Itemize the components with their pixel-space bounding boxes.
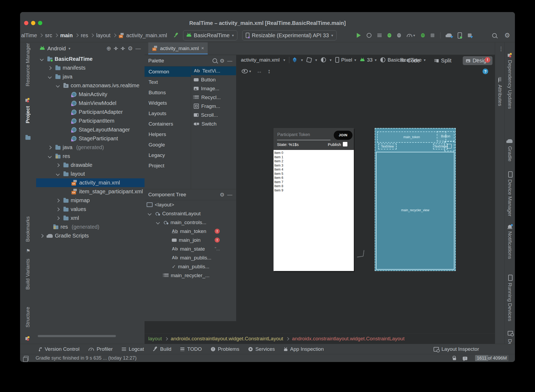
tool-todo[interactable]: TODO	[180, 346, 202, 352]
device-manager-button[interactable]	[458, 32, 462, 39]
tool-version-control[interactable]: Version Control	[39, 346, 79, 352]
tree-row[interactable]: MainViewModel	[36, 99, 145, 108]
tool-project[interactable]: Project	[25, 106, 31, 123]
tool-problems[interactable]: !Problems	[211, 346, 239, 352]
stop-button[interactable]	[431, 33, 434, 37]
palette-category-google[interactable]: Google	[145, 140, 191, 150]
blueprint-textview-left[interactable]: TextView	[378, 144, 397, 149]
tree-row[interactable]: drawable	[36, 161, 145, 169]
tool-notifications[interactable]: Notifications	[507, 231, 513, 259]
tree-row[interactable]: mipmap	[36, 196, 145, 205]
breadcrumb-item[interactable]: activity_main.xml	[126, 32, 167, 39]
palette-category-layouts[interactable]: Layouts	[145, 108, 191, 119]
dependency-updates-icon[interactable]	[508, 53, 512, 57]
blueprint-recycler[interactable]: main_recycler_view	[376, 152, 454, 270]
tool-running-devices[interactable]: Running Devices	[507, 283, 513, 321]
publish-checkbox[interactable]	[343, 142, 347, 146]
apply-changes-button[interactable]	[377, 34, 382, 37]
tool-attributes[interactable]: Attributes	[497, 85, 503, 106]
palette-item-switch[interactable]: Switch	[191, 119, 236, 128]
tree-row[interactable]: Gradle Scripts	[36, 231, 145, 240]
notifications-icon[interactable]	[508, 225, 512, 228]
search-everywhere-button[interactable]	[492, 33, 497, 38]
palette-search-button[interactable]	[213, 58, 217, 63]
palette-category-containers[interactable]: Containers	[145, 119, 191, 129]
blueprint-main-token[interactable]: main_token	[377, 131, 446, 143]
tool-resource-manager[interactable]: Resource Manager	[25, 43, 31, 86]
component-row[interactable]: Abmain_state"...	[145, 244, 236, 253]
device-select[interactable]: Resizable (Experimental) API 33 ▾	[242, 30, 337, 40]
palette-category-widgets[interactable]: Widgets	[145, 98, 191, 108]
component-row[interactable]: <layout>	[145, 200, 236, 209]
tool-services[interactable]: Services	[248, 346, 275, 352]
component-row[interactable]: ConstraintLayout	[145, 209, 236, 218]
tool-layout-inspector[interactable]: Layout Inspector	[434, 346, 479, 352]
tree-row[interactable]: ParticipantItem	[36, 116, 145, 125]
issue-badge[interactable]: !	[485, 57, 490, 63]
debug-button[interactable]	[388, 33, 391, 37]
breadcrumb-item[interactable]: main	[60, 32, 73, 39]
tree-row-selected[interactable]: <>activity_main.xml	[36, 178, 145, 187]
design-canvas[interactable]: Participant Token JOIN State: %1$s Publi…	[236, 77, 495, 333]
pan-horizontal-icon[interactable]: ↔	[256, 68, 262, 75]
night-mode-icon[interactable]	[321, 57, 326, 62]
attributes-icon[interactable]	[498, 77, 502, 81]
breadcrumb-item[interactable]: res	[81, 32, 88, 39]
breadcrumb-item[interactable]: src	[45, 32, 52, 39]
component-tree-settings-button[interactable]: ⚙	[220, 191, 225, 198]
tool-dependency-updates[interactable]: Dependency Updates	[507, 60, 513, 109]
pan-vertical-icon[interactable]: ↕	[268, 68, 271, 75]
tree-row[interactable]: <>item_stage_participant.xml	[36, 187, 145, 196]
close-tab-icon[interactable]: ×	[201, 46, 204, 51]
component-row[interactable]: Abmain_publis...	[145, 253, 236, 262]
expand-all-button[interactable]	[114, 47, 118, 50]
tool-window-switcher-icon[interactable]	[24, 356, 29, 361]
palette-category-common[interactable]: Common	[145, 66, 191, 77]
collapse-all-button[interactable]	[121, 47, 125, 50]
tool-profiler[interactable]: Profiler	[89, 346, 113, 352]
view-mode-icon[interactable]	[293, 58, 297, 62]
crumb-constraintlayout[interactable]: androidx.constraintlayout.widget.Constra…	[171, 336, 283, 342]
project-folder-icon[interactable]	[25, 136, 31, 140]
tool-app-inspection[interactable]: App Inspection	[284, 346, 324, 352]
settings-gear-button[interactable]: ⚙	[504, 32, 510, 39]
orientation-icon[interactable]	[306, 57, 312, 63]
palette-category-helpers[interactable]: Helpers	[145, 129, 191, 140]
palette-item-imageview[interactable]: Image...	[191, 84, 236, 93]
structure-icon[interactable]	[25, 336, 29, 340]
apply-code-changes-button[interactable]	[397, 33, 401, 37]
palette-settings-button[interactable]: ⚙	[220, 58, 225, 64]
tab-activity-main[interactable]: <> activity_main.xml ×	[148, 42, 208, 54]
tree-row[interactable]: res(generated)	[36, 223, 145, 231]
hide-panel-button[interactable]: —	[135, 46, 141, 52]
component-row[interactable]: main_recycler_...	[145, 271, 236, 280]
agp-upgrade-icon[interactable]	[446, 33, 452, 37]
component-row[interactable]: Abmain_token!	[145, 227, 236, 236]
sdk-manager-button[interactable]	[468, 33, 472, 37]
build-hammer-icon[interactable]	[174, 33, 178, 37]
tool-bookmarks[interactable]: Bookmarks	[25, 216, 31, 242]
palette-category-legacy[interactable]: Legacy	[145, 150, 191, 160]
palette-category-project[interactable]: Project	[145, 160, 191, 171]
locate-file-button[interactable]: ⊕	[107, 45, 111, 52]
blueprint-checkbox[interactable]	[444, 141, 454, 151]
tree-row[interactable]: res	[36, 152, 145, 161]
join-button[interactable]: JOIN	[334, 131, 352, 140]
tree-row[interactable]: MainActivity	[36, 90, 145, 99]
palette-item-fragment[interactable]: Fragm...	[191, 102, 236, 111]
device-manager-icon[interactable]	[508, 171, 513, 178]
tool-logcat[interactable]: Logcat	[122, 346, 144, 352]
palette-category-text[interactable]: Text	[145, 77, 191, 87]
api-picker[interactable]: 33▾	[360, 57, 377, 63]
component-row[interactable]: main_join!	[145, 236, 236, 244]
project-view-select[interactable]: Android	[47, 46, 66, 52]
palette-hide-button[interactable]: —	[227, 58, 232, 64]
design-preview[interactable]: Participant Token JOIN State: %1$s Publi…	[274, 128, 354, 271]
participant-token-field[interactable]: Participant Token	[277, 132, 310, 137]
tree-row[interactable]: StageParticipant	[36, 134, 145, 143]
breadcrumb-item[interactable]: alTime	[21, 32, 37, 39]
run-configuration-select[interactable]: BasicRealTime ▾	[183, 30, 237, 40]
device-picker[interactable]: Pixel▾	[335, 57, 356, 63]
tool-build[interactable]: Build	[153, 346, 171, 352]
tool-gradle[interactable]: Gradle	[507, 146, 513, 161]
